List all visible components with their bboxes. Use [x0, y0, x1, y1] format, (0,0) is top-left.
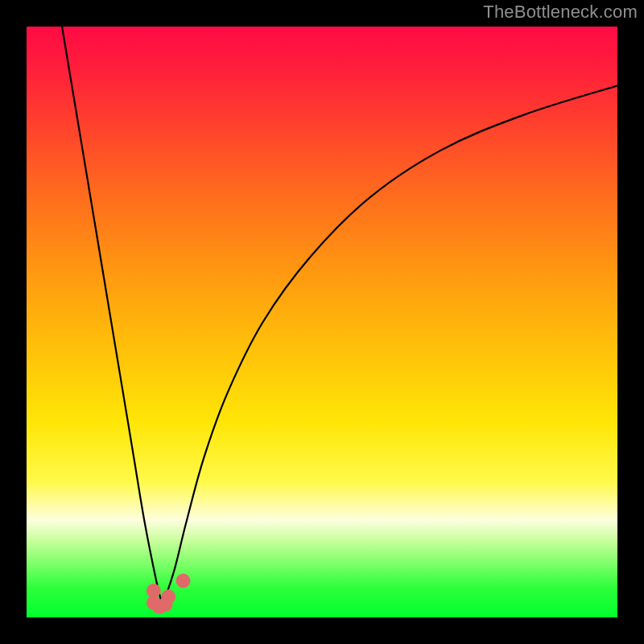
- curve-right-branch: [163, 85, 617, 605]
- trough-marker-dot: [176, 573, 191, 588]
- curve-left-branch: [62, 27, 163, 605]
- chart-svg: [0, 0, 644, 644]
- outer-frame: TheBottleneck.com: [0, 0, 644, 644]
- trough-marker-dot: [161, 589, 175, 604]
